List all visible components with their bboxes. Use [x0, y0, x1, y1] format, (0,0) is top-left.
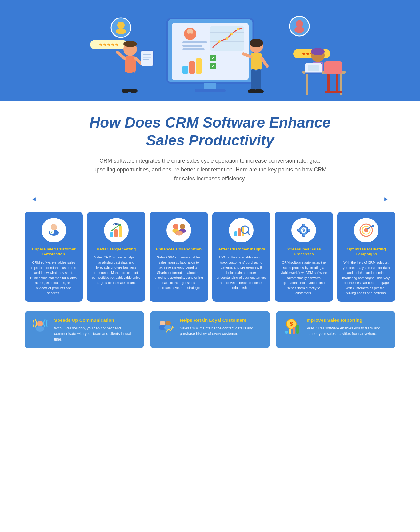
svg-marker-108 — [171, 326, 174, 328]
svg-point-43 — [237, 28, 239, 30]
svg-rect-15 — [124, 72, 130, 91]
svg-rect-30 — [182, 41, 207, 43]
card-collaboration: Enhances Collaboration Sales CRM softwar… — [150, 212, 208, 302]
svg-rect-60 — [324, 61, 342, 74]
bottom-card-text-3: Sales CRM software enables you to track … — [306, 325, 389, 337]
svg-point-65 — [311, 48, 325, 55]
card-text-2: Sales CRM Software helps in analysing pa… — [91, 255, 141, 285]
bottom-card-text-2: Sales CRM maintains the contact details … — [180, 325, 263, 337]
bottom-card-content-3: Improves Sales Reporting Sales CRM softw… — [306, 317, 389, 337]
svg-rect-31 — [182, 45, 202, 47]
svg-rect-25 — [204, 83, 216, 90]
svg-point-56 — [254, 89, 264, 93]
svg-line-13 — [117, 52, 125, 58]
bottom-card-content-2: Helps Retain Loyal Customers Sales CRM m… — [180, 317, 263, 337]
svg-point-29 — [186, 33, 194, 39]
bottom-card-title-2: Helps Retain Loyal Customers — [180, 317, 263, 323]
svg-point-49 — [250, 39, 263, 47]
svg-point-4 — [296, 20, 303, 27]
card-text-3: Sales CRM software enables sales team co… — [154, 255, 203, 290]
card-icon-1: ✓ — [42, 218, 66, 242]
svg-rect-75 — [110, 232, 113, 237]
svg-rect-50 — [251, 53, 262, 70]
svg-rect-85 — [234, 231, 237, 236]
svg-rect-53 — [251, 69, 256, 91]
svg-rect-34 — [189, 61, 195, 74]
card-sales-processes: $ Streamlines Sales Processes CRM softwa… — [275, 212, 333, 302]
card-text-1: CRM software enables sales reps to under… — [29, 260, 78, 296]
svg-text:CRM: CRM — [113, 223, 119, 226]
arrow-divider: ◄ ► — [25, 195, 395, 203]
card-icon-5: $ — [291, 218, 316, 242]
svg-point-2 — [116, 28, 126, 34]
svg-text:$: $ — [302, 228, 305, 233]
svg-rect-77 — [119, 226, 122, 237]
svg-line-89 — [248, 232, 249, 234]
svg-rect-91 — [302, 224, 305, 227]
card-icon-2: CRM — [104, 218, 129, 242]
card-title-1: Unparalleled Customer Satisfaction — [29, 247, 78, 257]
bottom-card-reporting: $ Improves Sales Reporting Sales CRM sof… — [276, 311, 395, 349]
svg-text:✓: ✓ — [50, 230, 54, 234]
bottom-card-content-1: Speeds Up Communication With CRM solutio… — [54, 317, 138, 342]
svg-point-82 — [180, 224, 185, 229]
svg-rect-76 — [114, 229, 118, 237]
svg-rect-92 — [302, 234, 305, 236]
bottom-card-title-3: Improves Sales Reporting — [306, 317, 389, 323]
svg-rect-62 — [336, 74, 338, 92]
svg-rect-69 — [308, 65, 319, 71]
card-marketing: Optimizes Marketing Campaigns With the h… — [337, 212, 395, 302]
bottom-card-retain: Helps Retain Loyal Customers Sales CRM m… — [150, 311, 270, 349]
svg-rect-32 — [182, 48, 205, 50]
svg-text:$: $ — [290, 321, 293, 327]
svg-rect-114 — [296, 325, 299, 334]
page-subtitle: CRM software integrates the entire sales… — [93, 156, 327, 183]
svg-rect-54 — [256, 69, 261, 91]
svg-rect-94 — [307, 229, 310, 231]
svg-marker-101 — [372, 224, 374, 227]
svg-rect-112 — [289, 329, 291, 334]
bottom-cards-row: Speeds Up Communication With CRM solutio… — [25, 311, 395, 349]
card-text-4: CRM software enables you to track custom… — [217, 255, 266, 290]
svg-rect-63 — [325, 91, 342, 93]
svg-text:✓: ✓ — [211, 55, 215, 60]
svg-text:★★★★★: ★★★★★ — [98, 42, 118, 47]
svg-rect-111 — [285, 331, 288, 334]
bottom-card-communication: Speeds Up Communication With CRM solutio… — [25, 311, 144, 349]
hero-section: ★★★★★ ★★★★★ — [0, 0, 420, 101]
svg-point-11 — [123, 41, 137, 47]
svg-point-80 — [173, 224, 178, 229]
page-title: How Does CRM Software Enhance Sales Prod… — [25, 114, 395, 149]
svg-point-74 — [51, 224, 57, 230]
card-title-5: Streamlines Sales Processes — [279, 247, 329, 257]
bottom-icon-1 — [31, 317, 49, 336]
main-content: How Does CRM Software Enhance Sales Prod… — [0, 101, 420, 361]
bottom-card-text-1: With CRM solution, you can connect and c… — [54, 325, 138, 342]
svg-rect-12 — [125, 56, 136, 73]
card-text-5: CRM software automates the sales process… — [279, 260, 329, 296]
bottom-icon-2 — [156, 317, 175, 336]
svg-rect-86 — [238, 228, 241, 236]
svg-line-52 — [262, 58, 267, 66]
bottom-card-title-1: Speeds Up Communication — [54, 317, 138, 323]
card-icon-3 — [166, 218, 191, 242]
svg-point-40 — [218, 40, 221, 43]
card-icon-6 — [354, 218, 378, 242]
svg-rect-93 — [298, 229, 300, 231]
svg-rect-35 — [196, 58, 202, 74]
cards-grid: ✓ Unparalleled Customer Satisfaction CRM… — [25, 212, 395, 302]
card-target-setting: CRM Better Target Setting Sales CRM Soft… — [87, 212, 145, 302]
svg-point-1 — [117, 22, 125, 29]
svg-rect-33 — [182, 66, 188, 74]
card-icon-4 — [229, 218, 254, 242]
arrow-left-icon: ◄ — [31, 195, 37, 203]
svg-rect-26 — [195, 89, 226, 92]
divider-line — [38, 199, 382, 199]
card-title-6: Optimizes Marketing Campaigns — [342, 247, 391, 257]
card-customer-insights: Better Customer Insights CRM software en… — [212, 212, 270, 302]
svg-rect-58 — [306, 74, 308, 95]
arrow-right-icon: ► — [383, 195, 389, 203]
svg-text:✓: ✓ — [211, 64, 215, 69]
svg-point-103 — [36, 326, 44, 332]
hero-illustration: ★★★★★ ★★★★★ — [72, 9, 349, 101]
